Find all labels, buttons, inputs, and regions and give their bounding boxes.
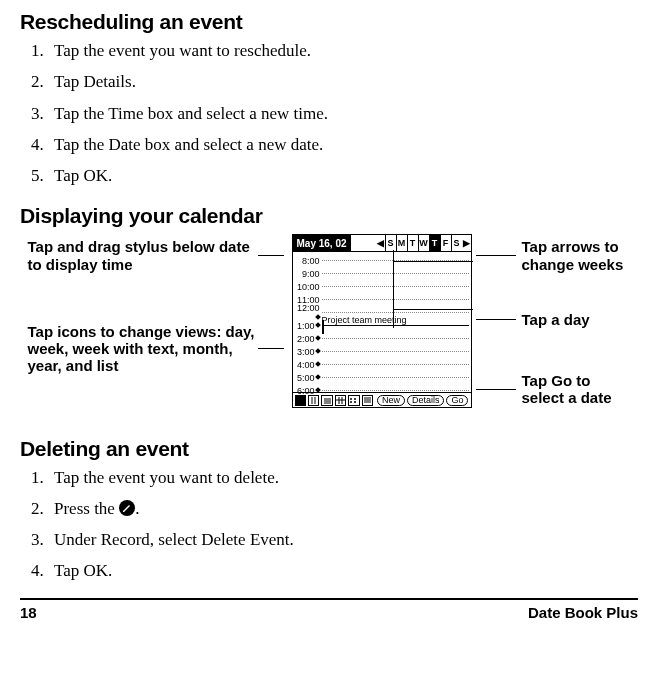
pda-body[interactable]: 8:00 9:00 10:00 11:00 12:00 1:00Project … (293, 252, 471, 392)
rescheduling-steps: Tap the event you want to reschedule. Ta… (20, 40, 638, 186)
pm-marker-icon (315, 374, 321, 380)
page-number: 18 (20, 604, 37, 621)
pda-topbar: May 16, 02 ◀ S M T W T F S ▶ (293, 235, 471, 252)
svg-point-11 (350, 401, 352, 403)
callout-drag-stylus: Tap and drag stylus below date to displa… (28, 238, 258, 273)
week-next-arrow[interactable]: ▶ (462, 235, 471, 251)
week-day-selector: S M T W T F S (385, 235, 462, 251)
step: Tap the event you want to reschedule. (48, 40, 638, 61)
week-day-w[interactable]: W (418, 235, 429, 251)
step: Tap OK. (48, 560, 638, 581)
step: Tap the Date box and select a new date. (48, 134, 638, 155)
week-day-t2[interactable]: T (429, 235, 440, 251)
week-day-s2[interactable]: S (451, 235, 462, 251)
time-label[interactable]: 1:00 (296, 321, 322, 331)
svg-point-9 (350, 398, 352, 400)
step: Under Record, select Delete Event. (48, 529, 638, 550)
heading-displaying: Displaying your calendar (20, 204, 638, 228)
event-text[interactable]: Project team meeting (322, 315, 407, 325)
heading-rescheduling: Rescheduling an event (20, 10, 638, 34)
week-day-s1[interactable]: S (385, 235, 396, 251)
step: Press the . (48, 498, 638, 519)
callout-connector (393, 309, 473, 310)
week-day-m[interactable]: M (396, 235, 407, 251)
pda-date-title[interactable]: May 16, 02 (293, 235, 351, 251)
step: Tap the Time box and select a new time. (48, 103, 638, 124)
callout-tap-go: Tap Go to select a date (522, 372, 631, 407)
pm-marker-icon (315, 348, 321, 354)
step: Tap the event you want to delete. (48, 467, 638, 488)
view-month-icon[interactable] (335, 395, 346, 406)
calendar-diagram: Tap and drag stylus below date to displa… (20, 234, 638, 426)
pda-screen: May 16, 02 ◀ S M T W T F S ▶ 8:00 9:00 (292, 234, 472, 408)
pm-marker-icon (315, 361, 321, 367)
time-label[interactable]: 5:00 (296, 373, 322, 383)
deleting-steps: Tap the event you want to delete. Press … (20, 467, 638, 582)
time-label[interactable]: 4:00 (296, 360, 322, 370)
week-day-t1[interactable]: T (407, 235, 418, 251)
view-list-icon[interactable] (362, 395, 373, 406)
time-label[interactable]: 3:00 (296, 347, 322, 357)
callout-tap-day: Tap a day (522, 311, 590, 328)
step: Tap OK. (48, 165, 638, 186)
section-name: Date Book Plus (528, 604, 638, 621)
svg-point-12 (354, 401, 356, 403)
callout-arrows-weeks: Tap arrows to change weeks (522, 238, 631, 273)
week-day-f[interactable]: F (440, 235, 451, 251)
time-label[interactable]: 2:00 (296, 334, 322, 344)
page-footer: 18 Date Book Plus (20, 598, 638, 621)
pm-marker-icon (315, 322, 321, 328)
view-day-icon[interactable] (295, 395, 306, 406)
time-label[interactable]: 8:00 (296, 256, 322, 266)
week-prev-arrow[interactable]: ◀ (376, 235, 385, 251)
pm-marker-icon (315, 335, 321, 341)
time-label[interactable]: 9:00 (296, 269, 322, 279)
svg-point-10 (354, 398, 356, 400)
pencil-icon (119, 500, 135, 516)
view-week-icon[interactable] (308, 395, 319, 406)
view-week-text-icon[interactable] (321, 395, 332, 406)
callout-connector (393, 261, 473, 262)
svg-rect-0 (309, 397, 318, 404)
heading-deleting: Deleting an event (20, 437, 638, 461)
pm-marker-icon (315, 387, 321, 393)
step: Tap Details. (48, 71, 638, 92)
time-label[interactable]: 10:00 (296, 282, 322, 292)
callout-change-views: Tap icons to change views: day, week, we… (28, 323, 258, 375)
view-year-icon[interactable] (348, 395, 359, 406)
